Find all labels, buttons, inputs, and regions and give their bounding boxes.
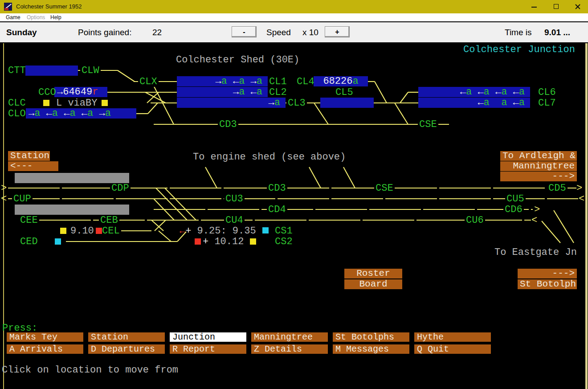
clc-note: L viaBY bbox=[56, 98, 97, 108]
label-ceb[interactable]: CEB bbox=[99, 215, 119, 225]
label-cs1[interactable]: CS1 bbox=[275, 226, 293, 236]
command-button-report[interactable]: R Report bbox=[170, 344, 246, 354]
chevron-out-left: < bbox=[1, 194, 7, 204]
chevron-cd6: > bbox=[534, 205, 540, 215]
minimize-button[interactable] bbox=[524, 0, 544, 13]
nav-botolph-arrow[interactable]: ---> bbox=[518, 269, 577, 278]
time-cs2: + 10.12 bbox=[203, 237, 244, 247]
label-cdp[interactable]: CDP bbox=[110, 183, 131, 193]
nav-station-arrow[interactable]: <--- bbox=[8, 161, 58, 171]
time-label: Time is bbox=[505, 28, 532, 37]
berth-cl2[interactable]: →a ←a bbox=[177, 87, 268, 97]
berth-clo[interactable]: →a ←a ←a ←a →a bbox=[26, 108, 136, 119]
signal-square-cyan[interactable] bbox=[55, 238, 61, 245]
menu-options: Options bbox=[27, 13, 45, 21]
label-cu3[interactable]: CU3 bbox=[224, 194, 245, 204]
nav-botolph-title[interactable]: St Botolph bbox=[518, 279, 577, 289]
label-cup[interactable]: CUP bbox=[12, 194, 33, 204]
label-clc[interactable]: CLC bbox=[8, 98, 26, 108]
label-cs2[interactable]: CS2 bbox=[275, 237, 293, 247]
label-cd5[interactable]: CD5 bbox=[547, 183, 568, 193]
berth-cl1[interactable]: →a ←a →a bbox=[177, 76, 268, 86]
signal-square-yellow[interactable] bbox=[60, 228, 66, 234]
label-cl7[interactable]: CL7 bbox=[538, 98, 556, 108]
berth-cco[interactable]: →64649r bbox=[54, 87, 107, 97]
menu-help[interactable]: Help bbox=[50, 13, 61, 21]
hint-text: Click on location to move from bbox=[2, 365, 178, 375]
label-cl6[interactable]: CL6 bbox=[538, 87, 556, 98]
label-ctt[interactable]: CTT bbox=[8, 66, 26, 76]
menu-game[interactable]: Game bbox=[6, 13, 20, 21]
label-cse[interactable]: CSE bbox=[374, 183, 395, 193]
nav-station-title[interactable]: Station bbox=[8, 151, 50, 161]
label-cd3-shed[interactable]: CD3 bbox=[218, 119, 238, 130]
nav-ardleigh-arrow[interactable]: ---> bbox=[500, 172, 577, 181]
location-button-manningtree[interactable]: Manningtree bbox=[251, 332, 328, 342]
close-button[interactable] bbox=[568, 0, 588, 13]
location-button-hythe[interactable]: Hythe bbox=[414, 332, 491, 342]
label-cco[interactable]: CCO bbox=[38, 87, 56, 98]
nav-ardleigh-line1[interactable]: To Ardleigh & bbox=[500, 151, 577, 161]
signal-square-yellow[interactable] bbox=[250, 238, 256, 245]
command-button-quit[interactable]: Q Quit bbox=[414, 344, 491, 354]
speed-increase-button[interactable]: + bbox=[325, 26, 350, 37]
label-cl1[interactable]: CL1 bbox=[269, 77, 287, 87]
roster-board-button-line2[interactable]: Board bbox=[344, 279, 402, 289]
command-button-details[interactable]: Z Details bbox=[251, 344, 328, 354]
label-clo[interactable]: CLO bbox=[8, 109, 26, 119]
points-label: Points gained: bbox=[78, 28, 131, 37]
label-cu6[interactable]: CU6 bbox=[465, 215, 485, 225]
location-button-st-botolphs[interactable]: St Botolphs bbox=[333, 332, 409, 342]
label-cee[interactable]: CEE bbox=[19, 215, 39, 225]
menu-bar: Game Options Help bbox=[0, 13, 588, 21]
label-cl4[interactable]: CL4 bbox=[297, 77, 314, 87]
status-bar: Sunday Points gained: 22 - Speed x 10 + … bbox=[0, 21, 588, 43]
label-cu5[interactable]: CU5 bbox=[505, 194, 526, 204]
points-value: 22 bbox=[152, 28, 162, 37]
label-cd4[interactable]: CD4 bbox=[267, 205, 287, 215]
label-cel[interactable]: CEL bbox=[101, 226, 121, 236]
berth-cl6[interactable]: ←a ←a ←a ←a bbox=[418, 87, 530, 97]
signal-square-yellow[interactable] bbox=[102, 100, 108, 106]
maximize-button[interactable] bbox=[546, 0, 567, 13]
chevron-in-left: > bbox=[1, 183, 7, 193]
signal-square-yellow[interactable] bbox=[43, 100, 49, 106]
command-button-departures[interactable]: D Departures bbox=[88, 344, 165, 354]
time-cel: 9.10 bbox=[70, 226, 94, 236]
signal-square-cyan[interactable] bbox=[262, 227, 269, 233]
berth-cl7[interactable]: ←a a ←a bbox=[418, 98, 530, 108]
roster-board-button-line1[interactable]: Roster bbox=[344, 269, 402, 278]
command-button-messages[interactable]: M Messages bbox=[333, 344, 409, 354]
label-cd3[interactable]: CD3 bbox=[267, 183, 287, 193]
day-label: Sunday bbox=[6, 28, 37, 37]
berth-cl4[interactable]: 68226a bbox=[314, 76, 368, 86]
berth-cl5[interactable] bbox=[320, 98, 374, 108]
label-clx[interactable]: CLX bbox=[138, 77, 159, 87]
berth-ctt[interactable] bbox=[25, 66, 78, 76]
label-cl2[interactable]: CL2 bbox=[269, 87, 287, 98]
speed-multiplier: x 10 bbox=[302, 28, 318, 37]
signal-square-red[interactable] bbox=[96, 228, 102, 234]
location-button-station[interactable]: Station bbox=[88, 332, 165, 342]
chevron-cu6: < bbox=[531, 215, 537, 225]
label-clw[interactable]: CLW bbox=[80, 66, 101, 76]
eastgate-note: To Eastgate Jn bbox=[494, 247, 577, 258]
label-cd6[interactable]: CD6 bbox=[503, 205, 524, 215]
speed-decrease-button[interactable]: - bbox=[232, 26, 257, 37]
time-value: 9.01 ... bbox=[544, 28, 570, 37]
app-window: Colchester Summer 1952 Game Options Help… bbox=[0, 0, 588, 389]
location-button-marks-tey[interactable]: Marks Tey bbox=[7, 332, 83, 342]
signalling-diagram: Colchester Junction Colchester Shed (30E… bbox=[0, 43, 588, 389]
location-button-junction-active[interactable]: Junction bbox=[170, 332, 246, 342]
signal-square-red[interactable] bbox=[195, 238, 201, 245]
label-cl3[interactable]: CL3 bbox=[286, 98, 307, 108]
label-cl5[interactable]: CL5 bbox=[335, 87, 353, 98]
label-cse-shed[interactable]: CSE bbox=[418, 119, 438, 130]
command-button-arrivals[interactable]: A Arrivals bbox=[7, 344, 83, 354]
label-ced[interactable]: CED bbox=[20, 237, 38, 247]
shed-title: Colchester Shed (30E) bbox=[176, 55, 299, 65]
chevron-out-right: > bbox=[576, 183, 582, 193]
label-cu4[interactable]: CU4 bbox=[224, 215, 245, 225]
nav-ardleigh-line2[interactable]: Manningtree bbox=[500, 161, 577, 171]
berth-cl3[interactable]: →a bbox=[177, 98, 286, 108]
